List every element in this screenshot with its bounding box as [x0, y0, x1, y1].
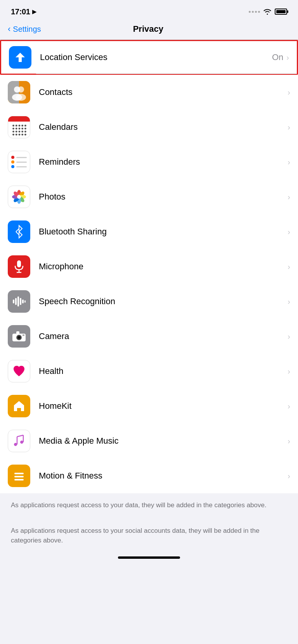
reminders-icon: [8, 151, 30, 173]
list-item-camera[interactable]: Camera ›: [0, 319, 298, 354]
svg-rect-45: [15, 298, 17, 305]
svg-rect-60: [14, 473, 24, 474]
contacts-icon: [8, 81, 30, 103]
bluetooth-sharing-label: Bluetooth Sharing: [39, 227, 288, 237]
health-chevron: ›: [288, 367, 290, 376]
speech-recognition-chevron: ›: [288, 297, 290, 306]
svg-point-23: [21, 131, 23, 133]
list-item-bluetooth-sharing[interactable]: Bluetooth Sharing ›: [0, 214, 298, 249]
list-item-speech-recognition[interactable]: Speech Recognition ›: [0, 284, 298, 319]
svg-rect-61: [14, 476, 24, 477]
motion-fitness-label: Motion & Fitness: [39, 471, 288, 481]
list-item-location-services[interactable]: Location Services On ›: [0, 40, 298, 75]
photos-label: Photos: [39, 192, 288, 202]
list-item-health[interactable]: Health ›: [0, 354, 298, 389]
back-chevron-icon: ‹: [8, 24, 10, 34]
camera-chevron: ›: [288, 332, 290, 341]
camera-icon: [8, 325, 30, 348]
footer-note-1-text: As applications request access to your d…: [11, 501, 267, 509]
back-button[interactable]: ‹ Settings: [8, 24, 41, 34]
calendars-chevron: ›: [288, 123, 290, 132]
svg-rect-55: [16, 331, 19, 334]
privacy-list: Location Services On › Contacts ›: [0, 40, 298, 493]
location-services-label: Location Services: [40, 52, 272, 62]
photos-icon: [8, 186, 30, 208]
svg-point-27: [19, 134, 21, 136]
footer-note-1: As applications request access to your d…: [0, 493, 298, 517]
list-item-photos[interactable]: Photos ›: [0, 179, 298, 214]
photos-chevron: ›: [288, 193, 290, 201]
list-item-motion-fitness[interactable]: Motion & Fitness ›: [0, 458, 298, 493]
svg-rect-62: [14, 479, 24, 480]
svg-rect-44: [13, 300, 14, 303]
homekit-icon: [8, 395, 30, 417]
bluetooth-sharing-chevron: ›: [288, 227, 290, 236]
svg-point-17: [19, 127, 21, 129]
reminders-chevron: ›: [288, 158, 290, 167]
home-bar: [118, 556, 180, 559]
motion-fitness-chevron: ›: [288, 472, 290, 480]
speech-recognition-icon: [8, 290, 30, 313]
svg-rect-47: [20, 298, 21, 305]
list-item-microphone[interactable]: Microphone ›: [0, 249, 298, 284]
status-bar: 17:01 ▶: [0, 0, 298, 21]
svg-point-11: [16, 125, 17, 127]
svg-rect-56: [23, 334, 24, 336]
svg-point-6: [16, 94, 26, 101]
microphone-icon: [8, 255, 30, 278]
media-apple-music-label: Media & Apple Music: [39, 436, 288, 446]
list-item-homekit[interactable]: HomeKit ›: [0, 389, 298, 424]
reminders-label: Reminders: [39, 157, 288, 167]
microphone-label: Microphone: [39, 262, 288, 272]
svg-point-25: [12, 134, 14, 136]
location-services-value: On: [272, 52, 283, 62]
svg-point-20: [12, 131, 14, 133]
health-icon: [8, 360, 30, 382]
svg-point-14: [24, 125, 26, 127]
svg-rect-49: [24, 300, 26, 303]
battery-icon: [275, 9, 287, 15]
music-icon: [8, 430, 30, 452]
svg-point-19: [24, 127, 26, 129]
footer-note-2: As applications request access to your s…: [0, 519, 298, 553]
microphone-chevron: ›: [288, 262, 290, 271]
svg-point-15: [12, 127, 14, 129]
list-item-calendars[interactable]: Calendars ›: [0, 110, 298, 145]
list-item-contacts[interactable]: Contacts ›: [0, 75, 298, 110]
media-apple-music-chevron: ›: [288, 437, 290, 446]
svg-point-24: [24, 131, 26, 133]
svg-rect-48: [22, 300, 24, 303]
contacts-label: Contacts: [39, 87, 288, 97]
footer-note-2-text: As applications request access to your s…: [11, 527, 260, 544]
svg-point-10: [12, 125, 14, 127]
camera-label: Camera: [39, 331, 288, 341]
svg-rect-46: [17, 296, 19, 307]
list-item-media-apple-music[interactable]: Media & Apple Music ›: [0, 424, 298, 458]
svg-line-39: [16, 229, 19, 232]
svg-point-54: [18, 336, 20, 339]
svg-point-18: [21, 127, 23, 129]
page-title: Privacy: [41, 24, 255, 34]
svg-line-40: [16, 232, 19, 235]
homekit-label: HomeKit: [39, 401, 288, 411]
status-time: 17:01: [11, 7, 30, 16]
status-icons: [249, 9, 287, 15]
bluetooth-icon: [8, 220, 30, 243]
calendars-icon: [8, 116, 30, 138]
health-label: Health: [39, 366, 288, 376]
list-item-reminders[interactable]: Reminders ›: [0, 145, 298, 179]
svg-point-16: [16, 127, 17, 129]
svg-point-26: [16, 134, 17, 136]
speech-recognition-label: Speech Recognition: [39, 296, 288, 307]
svg-rect-9: [8, 116, 30, 122]
home-indicator: [0, 553, 298, 564]
svg-point-12: [19, 125, 21, 127]
location-services-icon: [9, 46, 31, 69]
svg-point-5: [18, 86, 24, 93]
location-services-chevron: ›: [286, 53, 289, 62]
wifi-icon: [263, 9, 272, 15]
svg-point-13: [21, 125, 23, 127]
nav-bar: ‹ Settings Privacy: [0, 21, 298, 40]
homekit-chevron: ›: [288, 402, 290, 411]
contacts-chevron: ›: [288, 88, 290, 97]
